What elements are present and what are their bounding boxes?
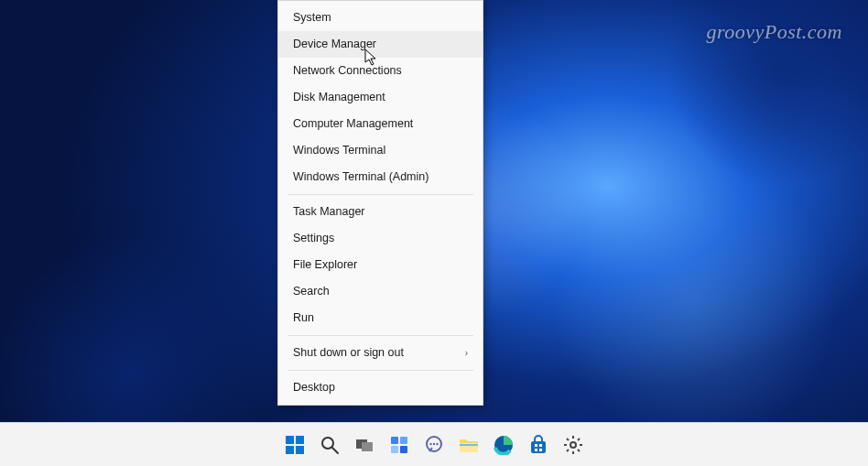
svg-rect-10 [391, 446, 398, 453]
chat-button[interactable] [421, 432, 447, 458]
svg-rect-2 [286, 446, 294, 454]
menu-item-label: Computer Management [293, 117, 413, 131]
watermark-text: groovyPost.com [706, 20, 842, 44]
start-button[interactable] [282, 432, 308, 458]
menu-item-label: File Explorer [293, 258, 357, 272]
svg-rect-20 [535, 444, 537, 447]
svg-point-14 [433, 442, 435, 444]
task-view-button[interactable] [352, 432, 377, 458]
menu-item-label: Network Connections [293, 64, 402, 78]
svg-point-4 [322, 438, 333, 449]
svg-point-15 [436, 442, 438, 444]
menu-item-device-manager[interactable]: Device Manager [278, 31, 483, 58]
menu-item-label: Desktop [293, 381, 335, 395]
menu-item-label: System [293, 11, 331, 25]
menu-item-network-connections[interactable]: Network Connections [278, 58, 483, 84]
menu-item-label: Search [293, 285, 330, 298]
menu-item-windows-terminal[interactable]: Windows Terminal [278, 137, 483, 164]
widgets-button[interactable] [386, 432, 412, 458]
svg-point-13 [429, 442, 431, 444]
svg-line-5 [332, 448, 338, 453]
settings-button[interactable] [560, 432, 586, 458]
svg-rect-7 [362, 442, 373, 451]
file-explorer-button[interactable] [456, 432, 482, 458]
menu-item-label: Run [293, 311, 314, 325]
svg-rect-19 [531, 441, 546, 453]
menu-item-windows-terminal-admin[interactable]: Windows Terminal (Admin) [278, 164, 483, 190]
svg-rect-0 [286, 436, 294, 444]
svg-rect-9 [400, 437, 407, 444]
store-button[interactable] [526, 432, 551, 458]
menu-item-computer-management[interactable]: Computer Management [278, 111, 483, 137]
menu-item-file-explorer[interactable]: File Explorer [278, 252, 483, 278]
menu-separator [288, 370, 473, 371]
menu-separator [288, 194, 473, 195]
menu-item-settings[interactable]: Settings [278, 225, 483, 252]
svg-line-29 [567, 439, 569, 440]
svg-rect-1 [296, 436, 304, 444]
winx-context-menu: SystemDevice ManagerNetwork ConnectionsD… [277, 0, 483, 406]
search-button[interactable] [317, 432, 342, 458]
menu-item-label: Windows Terminal [293, 144, 385, 157]
svg-line-31 [567, 450, 569, 451]
edge-button[interactable] [491, 432, 516, 458]
svg-rect-21 [539, 444, 542, 447]
menu-item-label: Device Manager [293, 38, 376, 51]
menu-item-system[interactable]: System [278, 5, 483, 31]
svg-rect-22 [535, 449, 537, 451]
menu-separator [288, 335, 473, 336]
menu-item-label: Windows Terminal (Admin) [293, 170, 429, 184]
svg-rect-11 [400, 446, 407, 453]
svg-rect-3 [296, 446, 304, 454]
svg-rect-8 [391, 437, 398, 444]
menu-item-label: Task Manager [293, 205, 365, 219]
menu-item-label: Disk Management [293, 91, 385, 104]
menu-item-disk-management[interactable]: Disk Management [278, 84, 483, 111]
taskbar [0, 422, 868, 466]
menu-item-search[interactable]: Search [278, 278, 483, 305]
chevron-right-icon: › [465, 348, 468, 359]
menu-item-desktop[interactable]: Desktop [278, 374, 483, 401]
menu-item-label: Settings [293, 232, 334, 245]
svg-line-32 [578, 439, 580, 440]
menu-item-task-manager[interactable]: Task Manager [278, 199, 483, 225]
svg-point-24 [570, 442, 576, 448]
svg-rect-23 [539, 449, 542, 451]
menu-item-run[interactable]: Run [278, 305, 483, 331]
svg-line-30 [578, 450, 580, 451]
menu-item-label: Shut down or sign out [293, 346, 404, 360]
svg-rect-17 [460, 444, 478, 446]
menu-item-shutdown[interactable]: Shut down or sign out› [278, 340, 483, 366]
